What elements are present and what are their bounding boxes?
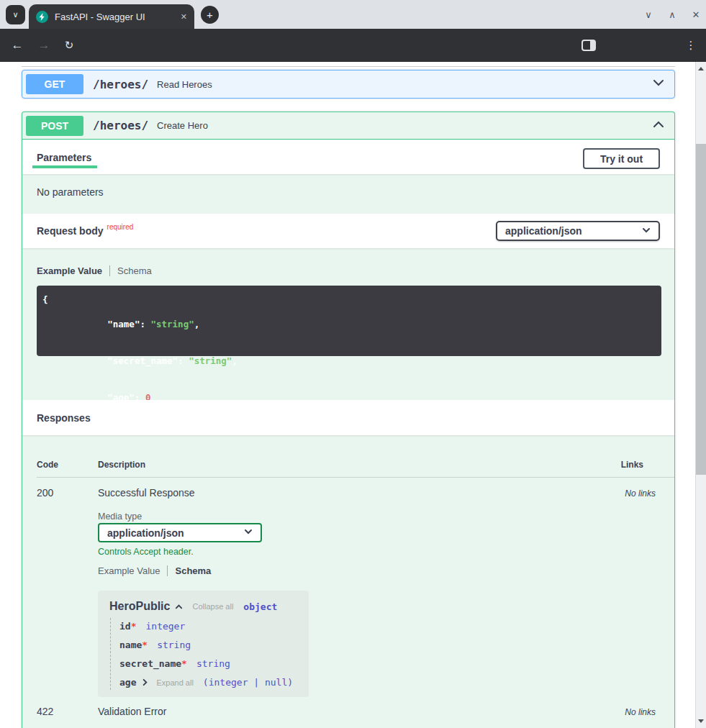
new-tab-button[interactable]: +	[201, 6, 219, 24]
opblock-get-heroes: GET /heroes/ Read Heroes	[22, 70, 675, 99]
responses-col-description: Description	[98, 460, 145, 470]
no-parameters-text: No parameters	[37, 186, 104, 198]
property-type: string	[196, 658, 230, 669]
tab-schema[interactable]: Schema	[117, 265, 152, 276]
expand-chevron-right-icon[interactable]	[140, 678, 150, 687]
scroll-down-arrow[interactable]	[698, 719, 704, 723]
titlebar: ∨ FastAPI - Swagger UI ✕ + ∨ ∧ ✕	[0, 0, 706, 29]
parameters-title: Parameters	[37, 152, 91, 163]
scrollbar-thumb[interactable]	[696, 144, 706, 475]
tab-example-value[interactable]: Example Value	[37, 265, 102, 276]
post-path: /heroes/	[93, 119, 148, 132]
request-body-title: Request body	[37, 225, 104, 237]
window-maximize-button[interactable]: ∧	[666, 9, 678, 20]
opblock-post-heroes: POST /heroes/ Create Hero Parameters Try…	[22, 112, 675, 728]
back-button[interactable]: ←	[8, 29, 27, 62]
expand-chevron-down-icon[interactable]	[651, 76, 666, 93]
tab-example-value[interactable]: Example Value	[98, 565, 160, 576]
property-name: age	[119, 677, 136, 688]
accept-header-hint: Controls Accept header.	[98, 547, 194, 557]
get-method-badge: GET	[26, 74, 83, 94]
tab-search-button[interactable]: ∨	[6, 5, 25, 24]
property-row-secret-name: secret_name* string	[119, 658, 230, 670]
response-200-links: No links	[625, 488, 656, 499]
browser-window: ∨ FastAPI - Swagger UI ✕ + ∨ ∧ ✕ ← → ↻ i…	[0, 0, 706, 728]
response-422-links: No links	[625, 707, 656, 717]
opblock-get-summary-row[interactable]: GET /heroes/ Read Heroes	[22, 70, 674, 98]
response-200-description: Successful Response	[98, 487, 195, 499]
required-asterisk: *	[142, 640, 148, 650]
chevron-down-icon	[641, 225, 651, 237]
tab-divider	[167, 565, 168, 576]
window-controls: ∨ ∧ ✕	[643, 0, 702, 29]
media-type-label: Media type	[98, 511, 142, 522]
property-type: string	[157, 640, 191, 650]
response-tabs: Example Value Schema	[98, 565, 211, 576]
schema-model-box: HeroPublic Collapse all object id* integ…	[98, 591, 309, 697]
window-close-button[interactable]: ✕	[690, 9, 702, 20]
response-media-type-value: application/json	[107, 527, 184, 539]
post-method-badge: POST	[26, 116, 83, 136]
browser-toolbar: ← → ↻ i 127.0.0.1:5000/docs#/default/cre…	[0, 29, 706, 62]
collapse-chevron-up-icon[interactable]	[651, 117, 666, 135]
try-it-out-button[interactable]: Try it out	[583, 148, 660, 169]
required-label: required	[107, 223, 134, 231]
window-minimize-button[interactable]: ∨	[643, 9, 654, 20]
property-name: secret_name	[119, 658, 181, 669]
model-indent-guide	[110, 618, 111, 690]
table-header-divider	[37, 477, 674, 478]
page-scrollbar[interactable]	[695, 62, 706, 728]
property-row-name: name* string	[119, 639, 191, 651]
refresh-button[interactable]: ↻	[60, 29, 78, 62]
request-content-type-select[interactable]: application/json	[496, 221, 660, 241]
expand-all-link[interactable]: Expand all	[156, 678, 193, 687]
model-title-row: HeroPublic Collapse all object	[109, 600, 277, 613]
scroll-up-arrow[interactable]	[698, 67, 704, 70]
tab-schema[interactable]: Schema	[175, 565, 211, 576]
plus-icon: +	[207, 9, 213, 21]
property-type: integer	[145, 621, 185, 632]
required-asterisk: *	[131, 621, 137, 632]
active-tab-underline	[32, 165, 97, 168]
response-200-code: 200	[37, 487, 53, 499]
code-string-value: "string"	[189, 355, 232, 366]
swagger-page: GET /heroes/ Read Heroes POST /heroes/ C…	[0, 62, 695, 728]
browser-menu-button[interactable]: ⋮	[682, 29, 700, 62]
responses-col-links: Links	[621, 460, 643, 470]
opblock-post-summary-row[interactable]: POST /heroes/ Create Hero	[22, 112, 674, 140]
property-row-id: id* integer	[119, 620, 185, 632]
responses-section-header: Responses	[22, 400, 674, 435]
request-example-code[interactable]: { "name": "string", "secret_name": "stri…	[37, 286, 661, 356]
responses-title: Responses	[37, 412, 91, 424]
request-body-tabs: Example Value Schema	[37, 265, 152, 276]
section-divider	[22, 66, 675, 67]
forward-button[interactable]: →	[35, 29, 53, 62]
side-panel-button[interactable]	[580, 29, 597, 62]
chevron-down-icon: ∨	[12, 10, 18, 19]
property-name: id	[119, 621, 131, 632]
browser-tab[interactable]: FastAPI - Swagger UI ✕	[29, 4, 194, 29]
tab-title: FastAPI - Swagger UI	[55, 12, 175, 22]
property-name: name	[119, 640, 142, 650]
collapse-all-link[interactable]: Collapse all	[192, 602, 233, 611]
code-string-value: "string"	[150, 319, 194, 329]
model-type: object	[243, 601, 277, 612]
responses-col-code: Code	[37, 460, 58, 470]
code-key: "secret_name"	[107, 355, 178, 366]
get-path: /heroes/	[93, 78, 148, 91]
model-collapse-chevron-up-icon[interactable]	[174, 602, 184, 611]
required-asterisk: *	[181, 658, 187, 669]
tab-close-icon[interactable]: ✕	[181, 12, 187, 22]
chevron-down-icon	[243, 527, 253, 539]
post-summary: Create Hero	[157, 120, 208, 131]
response-media-type-select[interactable]: application/json	[98, 523, 262, 542]
property-type: (integer | null)	[203, 677, 293, 688]
response-422-description: Validation Error	[98, 706, 166, 717]
property-row-age: age Expand all (integer | null)	[119, 676, 293, 688]
code-text: {	[42, 294, 48, 305]
get-summary: Read Heroes	[157, 79, 212, 90]
code-key: "name"	[107, 319, 140, 329]
fastapi-favicon-icon	[36, 11, 48, 23]
model-name[interactable]: HeroPublic	[109, 600, 170, 613]
tab-divider	[109, 265, 110, 276]
